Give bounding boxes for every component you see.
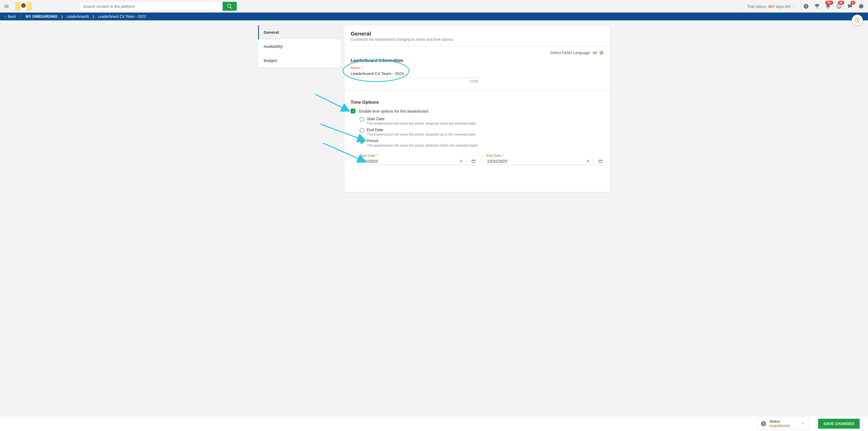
open-end-date-picker[interactable] bbox=[598, 159, 603, 164]
radio-end-date[interactable]: End Date The leaderboard will show the p… bbox=[360, 127, 603, 136]
search-icon bbox=[227, 3, 232, 9]
play-tour-button[interactable] bbox=[852, 14, 863, 26]
radio-label: Start Date bbox=[367, 117, 384, 121]
fields-language-selector[interactable]: Select Fields Language All bbox=[550, 51, 603, 55]
fields-language-label: Select Fields Language bbox=[550, 51, 590, 55]
crumb-current: Leaderboard CX Team - 2022 bbox=[98, 14, 146, 19]
hamburger-menu-button[interactable] bbox=[2, 1, 11, 11]
breadcrumbs: MY ONBOARDING ❯ Leaderboards ❯ Leaderboa… bbox=[21, 14, 146, 19]
side-nav: General Availability Badges bbox=[258, 25, 341, 68]
open-start-date-picker[interactable] bbox=[471, 159, 476, 164]
page-title: General bbox=[351, 31, 603, 37]
crumb-leaderboards[interactable]: Leaderboards bbox=[66, 14, 89, 19]
page-subtitle: Customize the leaderboard changing its n… bbox=[351, 37, 603, 41]
separator bbox=[593, 159, 594, 164]
checkbox-checked-icon bbox=[351, 109, 355, 113]
chevron-right-icon: ❯ bbox=[92, 14, 95, 18]
status-label: Status: bbox=[769, 419, 798, 424]
close-icon bbox=[459, 159, 463, 163]
brand-logo[interactable] bbox=[15, 2, 32, 11]
sidenav-item-badges[interactable]: Badges bbox=[258, 54, 341, 68]
header-right: Trial status: 407 days left ? 99+ 66 6 bbox=[742, 0, 866, 12]
svg-text:?: ? bbox=[805, 4, 807, 8]
app-header: Trial status: 407 days left ? 99+ 66 6 bbox=[0, 0, 868, 12]
fields-language-value: All bbox=[593, 51, 597, 55]
svg-rect-8 bbox=[599, 160, 602, 163]
crumb-root[interactable]: MY ONBOARDING bbox=[26, 14, 58, 19]
gear-icon bbox=[858, 3, 864, 9]
info-icon: i bbox=[761, 421, 766, 426]
start-date-label: Start Date * bbox=[360, 154, 476, 157]
settings-button[interactable] bbox=[856, 0, 866, 12]
chat-button[interactable]: 6 bbox=[844, 0, 856, 12]
end-date-field: End Date * bbox=[487, 154, 603, 165]
section-leaderboard-info: Select Fields Language All Leaderboard I… bbox=[344, 46, 610, 86]
radio-icon bbox=[360, 128, 364, 133]
notifications-badge: 99+ bbox=[825, 1, 833, 5]
svg-point-4 bbox=[839, 6, 840, 6]
clear-start-date-button[interactable] bbox=[459, 159, 464, 164]
trial-status[interactable]: Trial status: 407 days left bbox=[742, 0, 801, 12]
back-label: Back bbox=[8, 14, 16, 19]
search-button[interactable] bbox=[223, 2, 237, 11]
play-circle-icon bbox=[855, 17, 860, 23]
search-input[interactable] bbox=[79, 2, 223, 11]
radio-period[interactable]: Period The leaderboard will show the poi… bbox=[360, 138, 603, 147]
chevron-right-icon: ❯ bbox=[61, 14, 63, 18]
sidenav-item-availability[interactable]: Availability bbox=[258, 39, 341, 54]
hamburger-icon bbox=[4, 3, 9, 9]
notifications-button[interactable]: 99+ bbox=[823, 0, 834, 12]
radio-label: End Date bbox=[367, 127, 383, 132]
caret-down-icon bbox=[793, 5, 796, 8]
radio-desc: The leaderboard will show the points obt… bbox=[367, 121, 476, 125]
svg-point-3 bbox=[838, 6, 839, 6]
help-icon: ? bbox=[803, 3, 809, 9]
start-date-field: Start Date * bbox=[360, 154, 476, 165]
end-date-label: End Date * bbox=[487, 154, 603, 157]
start-date-input[interactable] bbox=[360, 159, 457, 164]
enable-time-label: Enable time options for this leaderboard bbox=[359, 109, 428, 113]
trophy-icon bbox=[814, 3, 820, 9]
trial-prefix: Trial status: bbox=[747, 4, 767, 9]
section-time-options: Time Options Enable time options for thi… bbox=[344, 95, 610, 168]
breadcrumb-bar: Back MY ONBOARDING ❯ Leaderboards ❯ Lead… bbox=[0, 12, 868, 20]
calendar-icon bbox=[471, 159, 475, 163]
coins-button[interactable]: 66 bbox=[834, 0, 844, 12]
calendar-icon bbox=[598, 159, 602, 163]
coins-badge: 66 bbox=[838, 1, 844, 5]
clear-end-date-button[interactable] bbox=[586, 159, 591, 164]
radio-label: Period bbox=[367, 138, 378, 143]
trophy-button[interactable] bbox=[812, 0, 823, 12]
enable-time-checkbox-row[interactable]: Enable time options for this leaderboard bbox=[351, 109, 603, 113]
status-value: Unpublished bbox=[769, 424, 798, 428]
separator bbox=[466, 159, 467, 164]
name-input[interactable] bbox=[351, 70, 478, 78]
info-heading: Leaderboard Information bbox=[351, 58, 603, 63]
trial-suffix: days left bbox=[776, 4, 790, 9]
radio-desc: The leaderboard will show the points obt… bbox=[367, 132, 475, 136]
back-button[interactable]: Back bbox=[0, 12, 21, 20]
status-selector[interactable]: i Status: Unpublished bbox=[757, 417, 809, 430]
date-fields: Start Date * End Date * bbox=[360, 154, 603, 165]
divider bbox=[344, 90, 610, 90]
caret-up-icon bbox=[801, 422, 804, 425]
sidenav-item-general[interactable]: General bbox=[258, 25, 341, 39]
help-button[interactable]: ? bbox=[801, 0, 812, 12]
radio-icon bbox=[360, 117, 364, 122]
svg-rect-7 bbox=[472, 160, 475, 163]
svg-point-2 bbox=[837, 4, 841, 9]
chat-badge: 6 bbox=[850, 1, 855, 5]
radio-selected-icon bbox=[360, 139, 364, 144]
main-card: General Customize the leaderboard changi… bbox=[344, 25, 610, 192]
bottom-bar: i Status: Unpublished SAVE CHANGES bbox=[0, 416, 868, 431]
end-date-input[interactable] bbox=[487, 159, 584, 164]
chevron-left-icon bbox=[4, 14, 6, 18]
save-changes-button[interactable]: SAVE CHANGES bbox=[818, 419, 860, 429]
trial-days: 407 bbox=[768, 4, 775, 9]
search-bar bbox=[79, 2, 237, 11]
close-icon bbox=[586, 159, 590, 163]
card-header: General Customize the leaderboard changi… bbox=[344, 25, 610, 46]
radio-start-date[interactable]: Start Date The leaderboard will show the… bbox=[360, 117, 603, 125]
radio-desc: The leaderboard will show the points obt… bbox=[367, 144, 478, 147]
globe-icon bbox=[599, 51, 603, 55]
